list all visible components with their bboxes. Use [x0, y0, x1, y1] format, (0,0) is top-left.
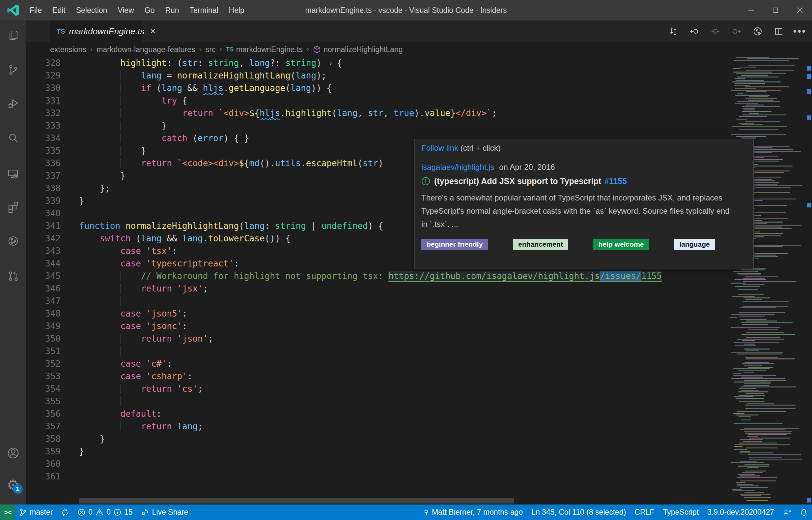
menu-run[interactable]: Run [160, 6, 184, 15]
code-line-360[interactable] [79, 458, 812, 470]
code-line-346[interactable]: return 'jsx'; [79, 282, 812, 295]
code-line-331[interactable]: try { [79, 94, 812, 107]
code-line-355[interactable] [79, 395, 812, 408]
horizontal-scrollbar[interactable] [79, 498, 514, 503]
run-and-debug-icon[interactable] [6, 97, 20, 110]
line-number[interactable]: 359 [26, 445, 79, 458]
line-number[interactable]: 360 [26, 458, 79, 470]
open-changes-icon[interactable] [668, 26, 678, 36]
blame-annotation[interactable]: Matt Bierner, 7 months ago [419, 504, 527, 520]
close-button[interactable] [788, 0, 812, 21]
eol-indicator[interactable]: CRLF [630, 504, 659, 520]
line-number[interactable]: 343 [26, 245, 79, 257]
code-line-350[interactable]: return 'json'; [79, 332, 812, 345]
code-line-353[interactable]: case 'csharp': [79, 370, 812, 383]
current-change-icon[interactable] [710, 26, 721, 36]
line-number[interactable]: 358 [26, 433, 79, 445]
menu-view[interactable]: View [112, 6, 139, 15]
breadcrumb-item-markdown-language-features[interactable]: markdown-language-features [96, 45, 195, 54]
menu-help[interactable]: Help [224, 6, 250, 15]
live-share-button[interactable]: Live Share [137, 504, 192, 520]
code-line-329[interactable]: lang = normalizeHighlightLang(lang); [79, 69, 812, 82]
feedback-icon[interactable] [778, 504, 795, 520]
line-number[interactable]: 341 [26, 219, 79, 232]
line-number[interactable]: 351 [26, 345, 79, 358]
split-editor-icon[interactable] [774, 26, 784, 36]
line-number[interactable]: 335 [26, 145, 79, 157]
code-line-352[interactable]: case 'c#': [79, 358, 812, 370]
source-control-icon[interactable] [6, 63, 20, 77]
issue-label-beginner-friendly[interactable]: beginner friendly [421, 239, 488, 250]
line-number[interactable]: 340 [26, 207, 79, 219]
gitlens-graph-icon[interactable] [753, 26, 763, 36]
issue-number[interactable]: #1155 [605, 176, 627, 186]
line-number[interactable]: 332 [26, 107, 79, 120]
line-number[interactable]: 334 [26, 132, 79, 145]
code-line-351[interactable] [79, 345, 812, 358]
cursor-position[interactable]: Ln 345, Col 110 (8 selected) [527, 504, 630, 520]
code-line-358[interactable]: } [79, 433, 812, 445]
line-number[interactable]: 329 [26, 69, 79, 82]
line-number[interactable]: 337 [26, 170, 79, 182]
remote-indicator[interactable]: >< [0, 504, 15, 520]
code-line-347[interactable] [79, 295, 812, 307]
line-number[interactable]: 333 [26, 120, 79, 132]
code-line-359[interactable]: } [79, 445, 812, 458]
menu-go[interactable]: Go [139, 6, 160, 15]
breadcrumb-file[interactable]: markdownEngine.ts [236, 45, 303, 54]
repo-link[interactable]: isagalaev/highlight.js [421, 162, 494, 172]
code-line-332[interactable]: return `<div>${hljs.highlight(lang, str,… [79, 107, 812, 120]
minimize-button[interactable] [739, 0, 763, 21]
tab-close-icon[interactable]: × [150, 26, 156, 36]
github-pull-requests-icon[interactable] [6, 269, 20, 283]
settings-gear-icon[interactable]: ⚙ 1 [6, 478, 20, 492]
menu-file[interactable]: File [24, 6, 47, 15]
breadcrumb-item-src[interactable]: src [205, 45, 216, 54]
code-line-328[interactable]: highlight: (str: string, lang?: string) … [79, 57, 812, 69]
remote-explorer-icon[interactable] [6, 167, 20, 181]
issue-label-enhancement[interactable]: enhancement [513, 239, 568, 250]
code-line-356[interactable]: default: [79, 408, 812, 420]
line-number[interactable]: 361 [26, 470, 79, 483]
line-number[interactable]: 339 [26, 194, 79, 207]
gitlens-icon[interactable] [6, 234, 20, 248]
line-number[interactable]: 328 [26, 57, 79, 69]
code-line-357[interactable]: return lang; [79, 420, 812, 433]
line-number[interactable]: 356 [26, 408, 79, 420]
line-number[interactable]: 348 [26, 307, 79, 320]
breadcrumb-item-extensions[interactable]: extensions [50, 45, 86, 54]
tab-markdownengine[interactable]: TS markdownEngine.ts × [50, 21, 142, 42]
problems-indicator[interactable]: 0 0 15 [74, 504, 137, 520]
code-editor[interactable]: 3283293303313323333343353363373383393403… [26, 57, 812, 504]
search-icon[interactable] [6, 132, 20, 146]
line-number[interactable]: 345 [26, 270, 79, 282]
line-number[interactable]: 353 [26, 370, 79, 383]
menu-selection[interactable]: Selection [71, 6, 113, 15]
line-number[interactable]: 344 [26, 257, 79, 270]
issue-label-language[interactable]: language [674, 239, 715, 250]
code-content[interactable]: highlight: (str: string, lang?: string) … [79, 57, 812, 483]
code-line-348[interactable]: case 'json5': [79, 307, 812, 320]
code-line-349[interactable]: case 'jsonc': [79, 320, 812, 332]
overview-ruler[interactable] [806, 57, 812, 504]
gutter[interactable]: 3283293303313323333343353363373383393403… [26, 57, 79, 504]
code-line-345[interactable]: // Workaround for highlight not supporti… [79, 270, 812, 282]
account-icon[interactable] [6, 446, 20, 460]
line-number[interactable]: 347 [26, 295, 79, 307]
line-number[interactable]: 352 [26, 358, 79, 370]
extensions-icon[interactable] [6, 200, 20, 214]
line-number[interactable]: 349 [26, 320, 79, 332]
issue-label-help-welcome[interactable]: help welcome [593, 239, 649, 250]
next-change-icon[interactable] [732, 26, 741, 36]
language-mode[interactable]: TypeScript [659, 504, 703, 520]
more-actions-icon[interactable]: ••• [795, 26, 805, 36]
code-line-361[interactable] [79, 470, 812, 483]
sync-button[interactable] [57, 504, 74, 520]
line-number[interactable]: 354 [26, 383, 79, 395]
code-line-333[interactable]: } [79, 120, 812, 132]
code-line-354[interactable]: return 'cs'; [79, 383, 812, 395]
version-indicator[interactable]: 3.9.0-dev.20200427 [703, 504, 778, 520]
branch-indicator[interactable]: master [15, 504, 57, 520]
line-number[interactable]: 346 [26, 282, 79, 295]
previous-change-icon[interactable] [690, 26, 699, 36]
